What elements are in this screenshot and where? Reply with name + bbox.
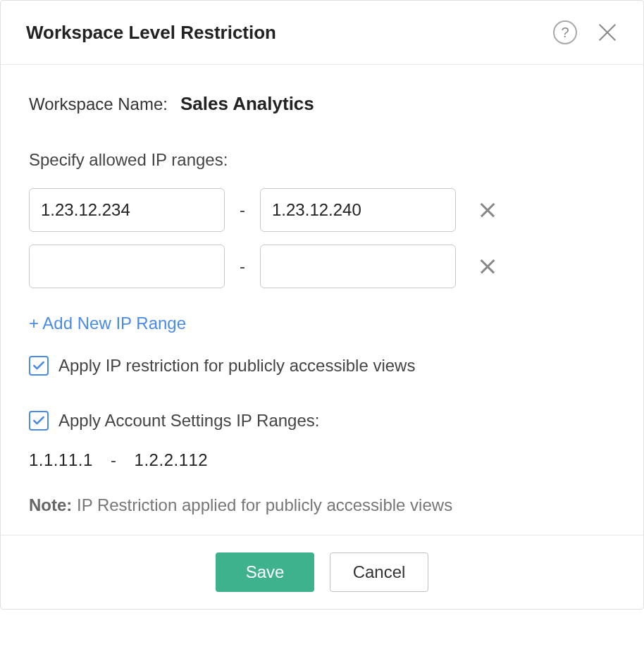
note-prefix: Note: [29,495,72,514]
ip-range-row-2: - [29,245,615,288]
ip-range-row-1: - [29,188,615,232]
account-ip-dash: - [111,450,117,470]
modal-title: Workspace Level Restriction [26,22,276,44]
workspace-name-label: Workspace Name: [29,94,168,114]
remove-range-icon[interactable] [478,201,497,219]
account-ip-to: 1.2.2.112 [135,450,209,469]
range-dash: - [237,200,247,220]
header-icons: ? [553,20,618,44]
account-ip-from: 1.1.11.1 [29,450,93,469]
public-views-checkbox-row: Apply IP restriction for publicly access… [29,356,615,376]
remove-range-icon[interactable] [478,257,497,276]
workspace-name-row: Workspace Name: Sales Analytics [29,93,615,115]
workspace-name-value: Sales Analytics [180,93,314,115]
account-settings-checkbox[interactable] [29,411,49,431]
add-ip-range-link[interactable]: + Add New IP Range [29,314,186,333]
modal-header: Workspace Level Restriction ? [1,1,643,65]
check-icon [32,359,46,373]
cancel-button[interactable]: Cancel [330,552,428,592]
public-views-checkbox[interactable] [29,356,49,376]
ip-from-input-1[interactable] [29,188,225,232]
ip-to-input-2[interactable] [260,245,456,288]
range-dash: - [237,257,247,276]
ip-from-input-2[interactable] [29,245,225,288]
account-settings-checkbox-label: Apply Account Settings IP Ranges: [58,411,319,431]
close-icon[interactable] [597,22,618,43]
workspace-restriction-modal: Workspace Level Restriction ? Workspace … [0,0,644,610]
modal-body: Workspace Name: Sales Analytics Specify … [1,65,643,535]
ip-to-input-1[interactable] [260,188,456,232]
note-row: Note: IP Restriction applied for publicl… [29,495,615,515]
account-settings-checkbox-row: Apply Account Settings IP Ranges: [29,411,615,431]
check-icon [32,414,46,428]
public-views-checkbox-label: Apply IP restriction for publicly access… [58,356,415,376]
note-text: IP Restriction applied for publicly acce… [72,495,452,514]
modal-footer: Save Cancel [1,535,643,609]
account-ip-range: 1.1.11.1 - 1.2.2.112 [29,450,615,470]
help-icon[interactable]: ? [553,20,577,44]
save-button[interactable]: Save [216,552,314,592]
specify-ip-label: Specify allowed IP ranges: [29,150,615,170]
